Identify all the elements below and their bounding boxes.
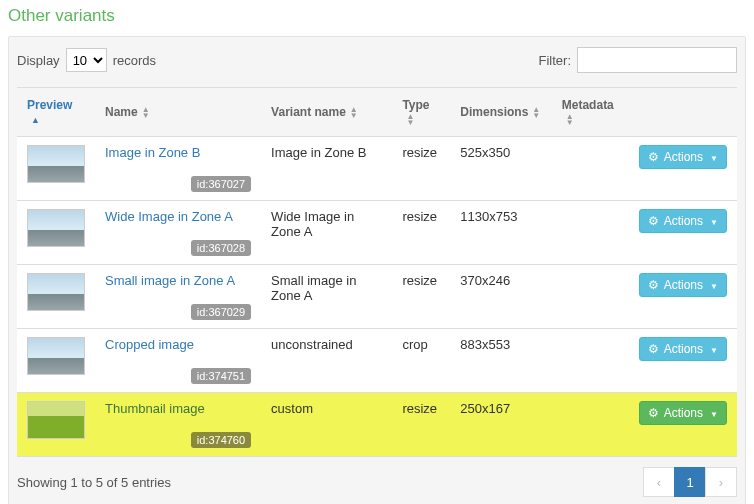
length-control: Display 10 records [17, 48, 156, 72]
actions-label: Actions [664, 278, 703, 292]
type-cell: resize [392, 201, 450, 265]
page-current[interactable]: 1 [674, 467, 706, 497]
length-prefix: Display [17, 53, 60, 68]
type-cell: crop [392, 329, 450, 393]
pagination: ‹ 1 › [644, 467, 737, 497]
chevron-down-icon [708, 406, 718, 420]
gear-icon [648, 342, 659, 356]
filter-control: Filter: [539, 47, 738, 73]
page-prev[interactable]: ‹ [643, 467, 675, 497]
chevron-down-icon [708, 214, 718, 228]
chevron-down-icon [708, 278, 718, 292]
preview-thumbnail[interactable] [27, 209, 85, 247]
col-preview[interactable]: Preview [17, 87, 95, 137]
preview-thumbnail[interactable] [27, 145, 85, 183]
id-badge: id:367027 [191, 176, 251, 192]
section-title: Other variants [8, 6, 746, 26]
actions-label: Actions [664, 342, 703, 356]
table-row: Image in Zone Bid:367027Image in Zone Br… [17, 137, 737, 201]
sort-icon: ▲▼ [406, 114, 414, 126]
gear-icon [648, 214, 659, 228]
actions-label: Actions [664, 406, 703, 420]
metadata-cell [552, 137, 629, 201]
actions-button[interactable]: Actions [639, 337, 727, 361]
variants-table: Preview Name▲▼ Variant name▲▼ Type▲▼ Dim… [17, 87, 737, 457]
sort-icon: ▲▼ [142, 107, 150, 119]
metadata-cell [552, 201, 629, 265]
name-link[interactable]: Image in Zone B [105, 145, 200, 160]
chevron-down-icon [708, 150, 718, 164]
gear-icon [648, 406, 659, 420]
records-select[interactable]: 10 [66, 48, 107, 72]
gear-icon [648, 150, 659, 164]
type-cell: resize [392, 393, 450, 457]
table-row: Thumbnail imageid:374760customresize250x… [17, 393, 737, 457]
col-type[interactable]: Type▲▼ [392, 87, 450, 137]
id-badge: id:367028 [191, 240, 251, 256]
variants-panel: Display 10 records Filter: Preview Name▲… [8, 36, 746, 504]
variant-cell: unconstrained [261, 329, 392, 393]
table-info: Showing 1 to 5 of 5 entries [17, 475, 171, 490]
filter-label: Filter: [539, 53, 572, 68]
table-row: Cropped imageid:374751unconstrainedcrop8… [17, 329, 737, 393]
type-cell: resize [392, 265, 450, 329]
dimensions-cell: 883x553 [450, 329, 551, 393]
preview-thumbnail[interactable] [27, 337, 85, 375]
col-metadata[interactable]: Metadata▲▼ [552, 87, 629, 137]
variant-cell: custom [261, 393, 392, 457]
col-variant[interactable]: Variant name▲▼ [261, 87, 392, 137]
variant-cell: Image in Zone B [261, 137, 392, 201]
id-badge: id:367029 [191, 304, 251, 320]
table-row: Wide Image in Zone Aid:367028Wide Image … [17, 201, 737, 265]
actions-button[interactable]: Actions [639, 401, 727, 425]
dimensions-cell: 370x246 [450, 265, 551, 329]
page-next[interactable]: › [705, 467, 737, 497]
sort-icon: ▲▼ [350, 107, 358, 119]
chevron-down-icon [708, 342, 718, 356]
length-suffix: records [113, 53, 156, 68]
id-badge: id:374760 [191, 432, 251, 448]
col-actions [629, 87, 737, 137]
name-link[interactable]: Wide Image in Zone A [105, 209, 233, 224]
actions-button[interactable]: Actions [639, 145, 727, 169]
table-row: Small image in Zone Aid:367029Small imag… [17, 265, 737, 329]
dimensions-cell: 250x167 [450, 393, 551, 457]
actions-label: Actions [664, 214, 703, 228]
actions-button[interactable]: Actions [639, 273, 727, 297]
preview-thumbnail[interactable] [27, 273, 85, 311]
metadata-cell [552, 329, 629, 393]
gear-icon [648, 278, 659, 292]
variant-cell: Wide Image in Zone A [261, 201, 392, 265]
sort-icon: ▲▼ [532, 107, 540, 119]
name-link[interactable]: Thumbnail image [105, 401, 205, 416]
id-badge: id:374751 [191, 368, 251, 384]
actions-label: Actions [664, 150, 703, 164]
col-dimensions[interactable]: Dimensions▲▼ [450, 87, 551, 137]
actions-button[interactable]: Actions [639, 209, 727, 233]
dimensions-cell: 525x350 [450, 137, 551, 201]
sort-asc-icon [31, 112, 40, 126]
col-name[interactable]: Name▲▼ [95, 87, 261, 137]
variant-cell: Small image in Zone A [261, 265, 392, 329]
preview-thumbnail[interactable] [27, 401, 85, 439]
metadata-cell [552, 265, 629, 329]
dimensions-cell: 1130x753 [450, 201, 551, 265]
type-cell: resize [392, 137, 450, 201]
metadata-cell [552, 393, 629, 457]
filter-input[interactable] [577, 47, 737, 73]
sort-icon: ▲▼ [566, 114, 574, 126]
name-link[interactable]: Small image in Zone A [105, 273, 235, 288]
name-link[interactable]: Cropped image [105, 337, 194, 352]
